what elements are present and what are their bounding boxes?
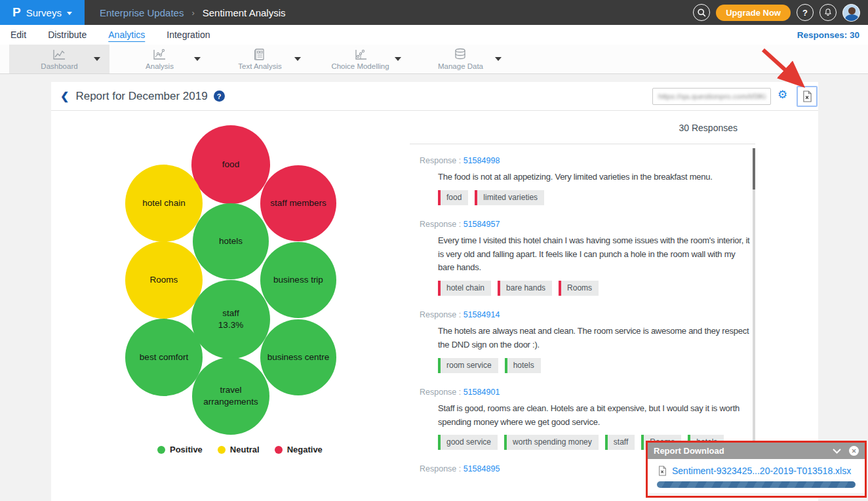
response-item: Response : 51584914 The hotels are alway… [420,310,755,373]
dashboard-dropdown-caret[interactable] [94,57,100,61]
back-button[interactable]: ❮ [60,90,69,102]
search-icon [697,8,706,17]
sentiment-tag[interactable]: Rooms [559,281,599,296]
report-header: ❮ Report for December 2019 ? https://qa.… [51,82,818,111]
bubble-business-centre[interactable]: business centre [260,319,336,395]
topbar-actions: Upgrade Now ? [693,4,868,22]
sentiment-tag[interactable]: worth spending money [504,435,599,450]
sentiment-tag[interactable]: staff [605,435,635,450]
sentiment-tag[interactable]: hotel chain [438,281,491,296]
response-id-link[interactable]: 51584998 [464,156,500,165]
responses-panel: 30 Responses Response : 51584998 The foo… [410,123,755,488]
scrollbar-thumb[interactable] [753,148,755,190]
response-text: The food is not at all appetizing. Very … [438,170,751,184]
breadcrumb-separator: › [191,8,194,18]
sentiment-tag[interactable]: limited varieties [475,190,544,205]
share-url-text: https://qa.questionpro.com/t/0lKi [658,92,766,100]
sentiment-tag[interactable]: bare hands [498,281,552,296]
avatar-body [845,14,859,22]
choice-modelling-dropdown-caret[interactable] [395,57,401,61]
bell-icon [823,8,833,17]
response-list: Response : 51584998 The food is not at a… [410,144,755,473]
sentiment-tag[interactable]: good service [438,435,498,450]
report-download-panel: Report Download ✕ Sentiment-9323425...20… [646,441,867,498]
search-button[interactable] [693,4,710,21]
menu-item-integration[interactable]: Integration [167,30,210,40]
sentiment-tag[interactable]: room service [438,358,498,373]
analysis-dropdown-caret[interactable] [194,57,201,61]
settings-gear-icon[interactable]: ⚙ [778,89,787,100]
bubble-label: best comfort [140,351,188,363]
bubble-label: Rooms [150,274,178,286]
bubble-business-trip[interactable]: business trip [260,242,336,318]
response-id-link[interactable]: 51584957 [464,220,500,229]
bubble-value: 13.3% [218,319,243,331]
sentiment-bubble-chart: foodhotel chainstaff membershotelsRoomsb… [51,111,418,478]
tab-dashboard[interactable]: Dashboard [9,45,109,73]
bubble-staff-members[interactable]: staff members [260,165,336,241]
share-url-field[interactable]: https://qa.questionpro.com/t/0lKi [652,88,771,105]
analytics-toolbar: Dashboard Analysis Text Analysis Choice … [0,45,868,74]
response-head: Response : 51584901 [420,388,755,397]
tab-choice-modelling[interactable]: Choice Modelling [310,45,410,73]
close-panel-button[interactable]: ✕ [849,446,859,456]
bubble-hotels[interactable]: hotels [193,203,269,279]
bubble-label: business trip [273,274,323,286]
download-panel-header[interactable]: Report Download ✕ [648,443,865,459]
bubble-travel-arrangements[interactable]: travel arrangements [192,357,269,435]
manage-data-dropdown-caret[interactable] [495,57,502,61]
response-item: Response : 51584957 Every time I visited… [420,220,755,296]
response-head: Response : 51584957 [420,220,755,229]
tab-manage-data[interactable]: Manage Data [410,45,511,73]
text-analysis-dropdown-caret[interactable] [294,57,301,61]
breadcrumb: Enterprise Updates › Sentiment Analysis [100,7,285,18]
chevron-down-icon [833,449,841,454]
response-id-link[interactable]: 51584901 [464,388,500,397]
response-head: Response : 51584914 [420,310,755,319]
app-logo[interactable]: P Surveys [0,0,85,25]
menu-item-edit[interactable]: Edit [10,30,26,40]
tab-analysis[interactable]: Analysis [109,45,210,73]
response-label: Response : [420,388,464,397]
chevron-down-icon [67,12,72,15]
bubble-best-comfort[interactable]: best comfort [125,319,203,396]
response-tags: hotel chainbare handsRooms [438,281,755,296]
collapse-panel-button[interactable] [833,449,841,454]
legend-label: Negative [287,445,323,454]
bubble-hotel-chain[interactable]: hotel chain [125,165,203,242]
download-progress-bar [657,481,856,488]
legend-item-positive: Positive [157,445,203,454]
user-avatar[interactable] [842,4,860,22]
download-file-row: Sentiment-9323425...20-2019-T013518.xlsx [648,459,865,476]
breadcrumb-current-page: Sentiment Analysis [203,7,286,18]
scatter-chart-icon [151,48,167,61]
response-id-link[interactable]: 51584914 [464,310,500,319]
tab-text-analysis[interactable]: Text Analysis [210,45,310,73]
legend-item-negative: Negative [275,445,323,454]
bubble-food[interactable]: food [191,125,270,204]
help-button[interactable]: ? [797,4,814,21]
bubble-label: hotels [219,235,243,247]
export-excel-button[interactable] [797,86,818,107]
response-text: Every time I visited this hotel chain I … [438,234,751,275]
sentiment-tag[interactable]: hotels [505,358,541,373]
report-help-icon[interactable]: ? [214,90,225,102]
sentiment-tag[interactable]: food [438,190,468,205]
survey-menubar: EditDistributeAnalyticsIntegration Respo… [0,25,868,45]
bubble-label: business centre [267,351,330,363]
menu-item-distribute[interactable]: Distribute [48,30,87,40]
questionpro-logo-icon: P [12,5,21,20]
legend-item-neutral: Neutral [218,445,260,454]
menu-item-analytics[interactable]: Analytics [108,30,145,40]
menu-items: EditDistributeAnalyticsIntegration [10,30,210,40]
line-chart-icon [51,48,67,61]
document-icon [252,48,267,61]
breadcrumb-survey-name[interactable]: Enterprise Updates [100,7,184,18]
bubble-rooms[interactable]: Rooms [125,241,203,319]
response-id-link[interactable]: 51584895 [464,464,500,473]
bubble-staff[interactable]: staff13.3% [191,280,270,359]
download-file-link[interactable]: Sentiment-9323425...20-2019-T013518.xlsx [672,466,851,476]
bubble-label: staff members [270,197,326,209]
upgrade-now-button[interactable]: Upgrade Now [716,5,791,21]
notifications-button[interactable] [819,4,837,21]
